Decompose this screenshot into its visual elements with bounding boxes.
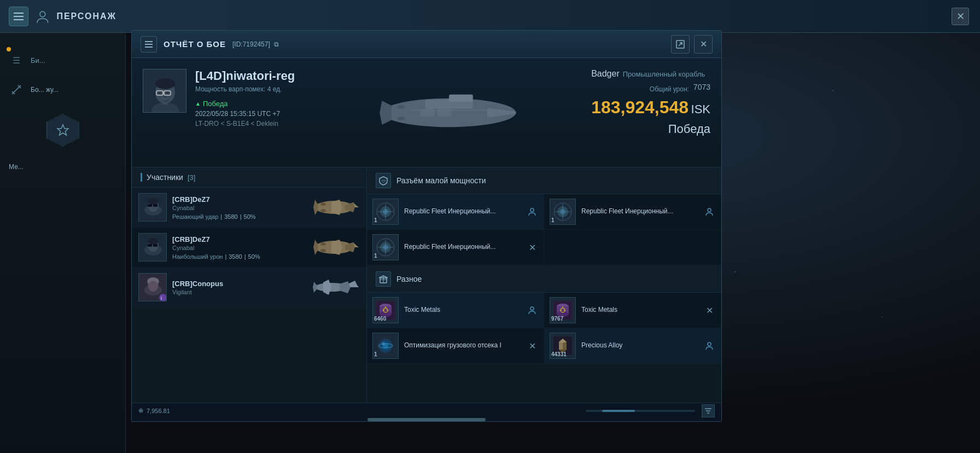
toxic-metals-icon-1: 6460 [372, 297, 399, 323]
participant-row: [CRB]DeZ7 Cynabal Решающий удар | 3580 |… [132, 188, 366, 228]
damage-value: 7073 [693, 83, 710, 91]
participants-count: [3] [188, 173, 195, 182]
participants-title: Участники [147, 173, 183, 182]
sidebar-item-label: Ме... [9, 163, 24, 171]
svg-marker-4 [57, 125, 68, 135]
loot-action-person-toxic-1[interactable] [526, 304, 538, 316]
item-info-3: Republic Fleet Инерционный... [404, 243, 521, 252]
loot-action-close-toxic[interactable]: ✕ [703, 304, 715, 316]
modal-id: [ID:7192457] ⧉ [232, 40, 279, 48]
svg-point-61 [530, 208, 534, 212]
ship-name-row: Badger Промышленный корабль [591, 69, 710, 79]
sidebar-header: ПЕРСОНАЖ [0, 0, 125, 33]
cargo-count: 1 [374, 351, 377, 357]
close-window-button[interactable]: ✕ [952, 8, 969, 25]
pilot-avatar [143, 69, 186, 113]
participant-name-1: [CRB]DeZ7 [172, 195, 305, 204]
battle-date: 2022/05/28 15:35:15 UTC +7 [195, 110, 295, 118]
modal-header-left: ОТЧЁТ О БОЕ [ID:7192457] ⧉ [141, 36, 279, 53]
svg-point-17 [164, 96, 166, 98]
modal-scrollbar-thumb [368, 418, 486, 421]
item-count-3: 1 [374, 253, 377, 259]
export-button[interactable] [671, 35, 690, 54]
horizontal-scrollbar[interactable] [586, 410, 695, 412]
damage-val-2: 3580 [229, 253, 242, 260]
isk-suffix: ISK [691, 102, 710, 116]
damage-val: 3580 [224, 213, 237, 220]
svg-marker-103 [559, 342, 563, 350]
modal-scrollbar[interactable] [132, 418, 721, 421]
participant-ship-2: Cynabal [172, 245, 305, 251]
copy-icon: ⧉ [274, 40, 279, 48]
svg-rect-41 [153, 244, 158, 247]
loot-action-person-1[interactable] [526, 206, 538, 218]
precious-count: 44331 [551, 351, 567, 357]
box-icon-container [376, 271, 391, 287]
warp-stat: Мощность варп-помех: 4 ед. [195, 85, 295, 93]
pilot-name: [L4D]niwatori-reg [195, 69, 295, 83]
modal-bottom-bar: ⊕ 7,956.81 [132, 403, 721, 418]
sidebar-item-label: Бо... жу... [31, 86, 59, 94]
cargo-info: Оптимизация грузового отсека I [404, 341, 521, 350]
republic-fleet-icon-1 [375, 201, 396, 222]
low-power-header: 🛡 Разъём малой мощности [367, 167, 721, 194]
svg-point-23 [398, 117, 405, 120]
filter-icon [704, 407, 712, 415]
hex-menu-item[interactable] [46, 114, 79, 147]
modal-close-button[interactable]: ✕ [694, 35, 713, 54]
notification-dot [7, 47, 11, 51]
export-icon [675, 39, 685, 49]
participant-row: [CRB]DeZ7 Cynabal Наибольший урон | 3580… [132, 228, 366, 268]
misc-grid: 6460 Toxic Metals [367, 293, 721, 364]
ship-thumbnail-2 [311, 234, 360, 261]
svg-point-44 [320, 242, 326, 246]
precious-alloy-icon: 44331 [550, 333, 576, 359]
item-name-2: Republic Fleet Инерционный... [581, 207, 698, 216]
loot-action-person-precious[interactable] [703, 340, 715, 352]
participant-ship-1: Cynabal [172, 205, 305, 211]
participant-avatar-svg-2 [139, 234, 167, 262]
misc-header: Разное [367, 266, 721, 293]
item-count-1: 1 [374, 217, 377, 223]
republic-fleet-icon-3 [375, 237, 396, 258]
menu-lines-icon [145, 41, 153, 48]
hamburger-button[interactable] [9, 7, 28, 26]
participant-avatar-svg-1 [139, 194, 167, 222]
person-icon [35, 9, 50, 24]
modal-menu-button[interactable] [141, 36, 157, 53]
toxic-name-1: Toxic Metals [404, 306, 521, 315]
participant-row: i [CRB]Conopus Vigilant [132, 268, 366, 307]
sidebar-section-1: ☰ Би... [0, 37, 125, 77]
cargo-opt-svg [375, 335, 396, 356]
loot-action-person-2[interactable] [703, 206, 715, 218]
loot-action-close-1[interactable]: ✕ [526, 241, 538, 253]
svg-line-6 [679, 43, 682, 46]
svg-rect-31 [153, 204, 158, 207]
cargo-opt-icon: 1 [372, 333, 399, 359]
top-bar: ✕ [126, 0, 980, 33]
scrollbar-thumb [602, 410, 635, 412]
low-power-grid: 1 Republic Fleet Инерционный... [367, 194, 721, 265]
isk-value: 183,924,548 [591, 97, 689, 117]
filter-button[interactable] [702, 404, 715, 417]
header-bar [141, 173, 142, 182]
loot-item: 1 Republic Fleet Инерционный... [544, 194, 721, 230]
damage-pct: 50% [244, 213, 256, 220]
participant-stats-2: Наибольший урон | 3580 | 50% [172, 253, 305, 260]
cargo-name: Оптимизация грузового отсека I [404, 341, 521, 350]
sidebar-item-biography[interactable]: ☰ Би... [0, 47, 125, 73]
sidebar-item-medals[interactable]: Ме... [0, 158, 125, 176]
sidebar-item-combat[interactable]: Бо... жу... [0, 77, 125, 103]
svg-point-84 [530, 307, 534, 310]
participant-info-1: [CRB]DeZ7 Cynabal Решающий удар | 3580 |… [172, 195, 305, 220]
sidebar-item-label: Би... [31, 56, 45, 65]
participant-name-3: [CRB]Conopus [172, 280, 305, 288]
participant-avatar-3: i [138, 273, 167, 301]
participant-name-2: [CRB]DeZ7 [172, 235, 305, 243]
ship-thumbnail-1 [311, 194, 360, 221]
item-info-2: Republic Fleet Инерционный... [581, 207, 698, 216]
bottom-icon: ⊕ [138, 407, 143, 414]
damage-sep: | [240, 213, 242, 220]
svg-rect-30 [148, 204, 152, 207]
loot-action-close-cargo[interactable]: ✕ [526, 340, 538, 352]
